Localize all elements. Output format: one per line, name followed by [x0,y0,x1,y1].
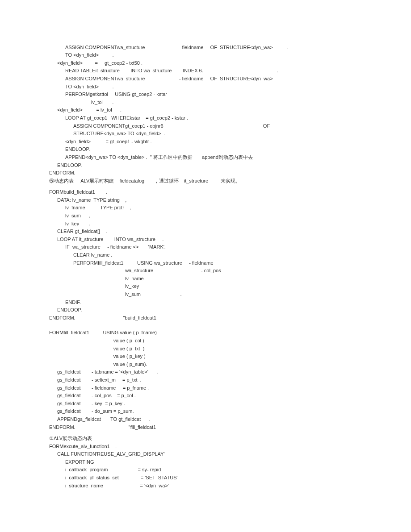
code-line: lv_key [49,283,362,291]
code-line: TO <dyn_field> . [49,83,362,91]
blank-line [49,431,362,435]
code-line: ENDLOOP. [49,145,362,154]
code-line: LOOP AT gt_coep1 WHEREkstar = gt_coep2 -… [49,114,362,122]
blank-line [49,185,362,188]
code-line: lv_sum . [49,291,362,299]
code-line: ASSIGN COMPONENTwa_structure - fieldname… [49,75,362,83]
code-line: gs_fieldcat - fieldname = p_fname . [49,384,362,392]
code-line: EXPORTING [49,458,362,466]
code-line: lv_key . [49,220,362,228]
code-line: LOOP AT it_structure INTO wa_structure . [49,236,362,244]
code-line: i_callback_program = sy- repid [49,466,362,474]
blank-line [49,322,362,325]
code-line: ENDFORM. [49,169,362,177]
code-line: FORMfill_fieldcat1 USING value ( p_fname… [49,329,362,337]
code-line: ⑤动态内表 ALV展示时构建 fieldcatalog ，通过循环 it_str… [49,177,362,185]
code-line: ENDLOOP. [49,306,362,314]
code-line: TO <dyn_field> . [49,51,362,59]
code-line: gs_fieldcat - col_pos = p_col . [49,392,362,400]
code-line: ASSIGN COMPONENTwa_structure - fieldname… [49,44,362,52]
code-line: <dyn_field> = lv_tol . [49,106,362,114]
code-line: value ( p_txt ) [49,345,362,353]
code-line: lv_name [49,275,362,283]
code-line: <dyn_field> = gt_coep1 - wkgbtr . [49,138,362,146]
code-line: wa_structure - col_pos [49,267,362,275]
code-line: PERFORMgetksttol USING gt_coep2 - kstar [49,91,362,99]
code-line: READ TABLEit_structure INTO wa_structure… [49,67,362,75]
code-line: FORMexcute_alv_function1 . [49,443,362,451]
code-line: gs_fieldcat - seltext_m = p_txt . [49,376,362,384]
code-line: gs_fieldcat - key = p_key . [49,400,362,408]
code-line: value ( p_key ) [49,353,362,361]
code-line: CALL FUNCTION'REUSE_ALV_GRID_DISPLAY' [49,450,362,458]
code-line: APPEND<dyn_wa> TO <dyn_table> . " 将工作区中的… [49,154,362,162]
code-line: gs_fieldcat - tabname = '<dyn_table>' . [49,368,362,376]
code-line: DATA: lv_name TYPE string , [49,196,362,204]
code-line: i_structure_name = '<dyn_wa>' [49,482,362,490]
code-line: ENDFORM. "build_fieldcat1 [49,314,362,322]
code-line: APPENDgs_fieldcat TO gt_fieldcat . [49,416,362,424]
code-line: STRUCTURE<dyn_wa> TO <dyn_field> . [49,130,362,138]
code-line: <dyn_field> = gt_coep2 - txt50 . [49,59,362,67]
code-line: PERFORMfill_fieldcat1 USING wa_structure… [49,259,362,267]
code-line: IF wa_structure - fieldname <> 'MARK'. [49,243,362,251]
code-line: ENDFORM. "fill_fieldcat1 [49,424,362,432]
code-line: ENDLOOP. [49,162,362,170]
code-line: CLEAR lv_name . [49,251,362,259]
code-line: lv_fname TYPE prctr , [49,204,362,212]
code-line: CLEAR gt_fieldcat[] . [49,228,362,236]
code-line: value ( p_col ) [49,337,362,345]
code-line: i_callback_pf_status_set = 'SET_STATUS' [49,474,362,482]
code-line: FORMbuild_fieldcat1 . [49,188,362,196]
code-line: lv_sum , [49,212,362,220]
blank-line [49,325,362,329]
code-line: lv_tol . [49,99,362,107]
code-line: gs_fieldcat - do_sum = p_sum. [49,407,362,416]
code-line: ASSIGN COMPONENTgt_coep1 - objnr6 OF [49,122,362,130]
code-document: ASSIGN COMPONENTwa_structure - fieldname… [49,36,362,490]
code-line: ENDIF. [49,299,362,307]
code-line: ⑤ALV展示动态内表 [49,435,362,443]
code-line: value ( p_sum). [49,361,362,369]
